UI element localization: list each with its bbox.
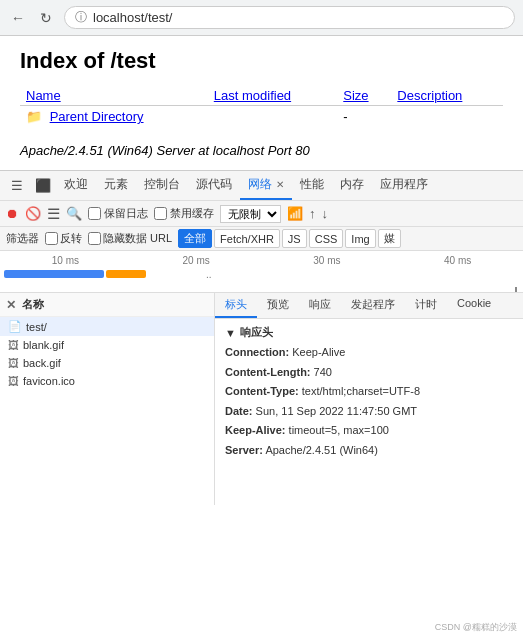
list-item[interactable]: 🖼back.gif	[0, 354, 214, 372]
page-title: Index of /test	[20, 48, 503, 74]
hide-data-checkbox[interactable]	[88, 232, 101, 245]
browser-toolbar: ← ↻ ⓘ localhost/test/	[0, 0, 523, 35]
list-item[interactable]: 📄test/	[0, 317, 214, 336]
row-name: 📁 Parent Directory	[20, 106, 208, 128]
browser-chrome: ← ↻ ⓘ localhost/test/	[0, 0, 523, 36]
timeline-bar-orange	[106, 270, 146, 278]
filter-type-btn[interactable]: 全部	[178, 229, 212, 248]
back-button[interactable]: ←	[8, 8, 28, 28]
timeline-bar-blue	[4, 270, 104, 278]
preserve-log-checkbox[interactable]	[88, 207, 101, 220]
file-name: favicon.ico	[23, 375, 75, 387]
list-item[interactable]: 🖼blank.gif	[0, 336, 214, 354]
header-name: Date:	[225, 405, 253, 417]
devtools-toggle-button[interactable]: ☰	[4, 172, 30, 200]
reload-button[interactable]: ↻	[36, 8, 56, 28]
clear-button[interactable]: 🚫	[25, 206, 41, 221]
size-sort-link[interactable]: Size	[343, 88, 368, 103]
col-name: Name	[20, 86, 208, 106]
desc-sort-link[interactable]: Description	[397, 88, 462, 103]
response-header-row: Server: Apache/2.4.51 (Win64)	[225, 442, 513, 459]
tab-performance[interactable]: 性能	[292, 172, 332, 200]
tab-network[interactable]: 网络 ✕	[240, 172, 292, 200]
header-value: Keep-Alive	[292, 346, 345, 358]
filter-type-btn[interactable]: JS	[282, 229, 307, 248]
response-headers-title[interactable]: ▼ 响应头	[225, 325, 513, 340]
file-name: back.gif	[23, 357, 61, 369]
record-button[interactable]: ⏺	[6, 206, 19, 221]
file-name: test/	[26, 321, 47, 333]
filter-type-btn[interactable]: CSS	[309, 229, 344, 248]
file-icon: 📄	[8, 320, 22, 333]
page-content: Index of /test Name Last modified Size D…	[0, 36, 523, 170]
timeline-label: 10 ms	[0, 255, 131, 266]
response-header-row: Date: Sun, 11 Sep 2022 11:47:50 GMT	[225, 403, 513, 420]
preserve-log-label[interactable]: 保留日志	[88, 206, 148, 221]
filter-toggle-button[interactable]: ☰	[47, 205, 60, 223]
timeline-area: 10 ms20 ms30 ms40 ms ..	[0, 251, 523, 293]
row-link[interactable]: Parent Directory	[50, 109, 144, 124]
filter-type-btn[interactable]: Img	[345, 229, 375, 248]
header-value: Sun, 11 Sep 2022 11:47:50 GMT	[256, 405, 417, 417]
tab-memory[interactable]: 内存	[332, 172, 372, 200]
response-tabs: 标头预览响应发起程序计时Cookie	[215, 293, 523, 319]
response-header-row: Connection: Keep-Alive	[225, 344, 513, 361]
hide-data-label[interactable]: 隐藏数据 URL	[88, 231, 172, 246]
tab-network-close[interactable]: ✕	[276, 179, 284, 190]
info-icon: ⓘ	[75, 9, 87, 26]
file-name: blank.gif	[23, 339, 64, 351]
import-button[interactable]: ↑	[309, 206, 316, 221]
file-icon: 🖼	[8, 375, 19, 387]
timeline-label: 40 ms	[392, 255, 523, 266]
tab-elements[interactable]: 元素	[96, 172, 136, 200]
response-tab[interactable]: Cookie	[447, 293, 501, 318]
filter-type-btn[interactable]: Fetch/XHR	[214, 229, 280, 248]
col-size: Size	[337, 86, 391, 106]
tab-application[interactable]: 应用程序	[372, 172, 436, 200]
response-header-row: Content-Length: 740	[225, 364, 513, 381]
wifi-icon: 📶	[287, 206, 303, 221]
header-name: Content-Type:	[225, 385, 299, 397]
timeline-dots: ..	[206, 269, 212, 280]
search-button[interactable]: 🔍	[66, 206, 82, 221]
export-button[interactable]: ↓	[322, 206, 329, 221]
timeline-bars: ..	[0, 269, 523, 279]
disable-cache-checkbox[interactable]	[154, 207, 167, 220]
response-tab[interactable]: 响应	[299, 293, 341, 318]
header-value: timeout=5, max=100	[289, 424, 389, 436]
response-header-row: Keep-Alive: timeout=5, max=100	[225, 422, 513, 439]
throttle-select[interactable]: 无限制	[220, 205, 281, 223]
filter-type-btn[interactable]: 媒	[378, 229, 401, 248]
devtools-inspect-button[interactable]: ⬛	[30, 172, 56, 200]
devtools-main: ✕ 名称 📄test/🖼blank.gif🖼back.gif🖼favicon.i…	[0, 293, 523, 505]
table-header-row: Name Last modified Size Description	[20, 86, 503, 106]
response-headers-label: 响应头	[240, 325, 273, 340]
header-name: Server:	[225, 444, 263, 456]
invert-checkbox[interactable]	[45, 232, 58, 245]
response-tab[interactable]: 发起程序	[341, 293, 405, 318]
file-list-header: ✕ 名称	[0, 293, 214, 317]
address-bar[interactable]: ⓘ localhost/test/	[64, 6, 515, 29]
row-size: -	[337, 106, 391, 128]
list-item[interactable]: 🖼favicon.ico	[0, 372, 214, 390]
disable-cache-label[interactable]: 禁用缓存	[154, 206, 214, 221]
tab-sources[interactable]: 源代码	[188, 172, 240, 200]
modified-sort-link[interactable]: Last modified	[214, 88, 291, 103]
response-tab[interactable]: 计时	[405, 293, 447, 318]
table-row: 📁 Parent Directory -	[20, 106, 503, 128]
response-tab[interactable]: 标头	[215, 293, 257, 318]
name-sort-link[interactable]: Name	[26, 88, 61, 103]
close-panel-button[interactable]: ✕	[6, 298, 16, 312]
tab-console[interactable]: 控制台	[136, 172, 188, 200]
response-tab[interactable]: 预览	[257, 293, 299, 318]
invert-label[interactable]: 反转	[45, 231, 82, 246]
server-info: Apache/2.4.51 (Win64) Server at localhos…	[20, 143, 503, 158]
filter-types: 全部Fetch/XHRJSCSSImg媒	[178, 229, 401, 248]
directory-rows: 📁 Parent Directory -	[20, 106, 503, 128]
row-desc	[391, 106, 503, 128]
tab-welcome[interactable]: 欢迎	[56, 172, 96, 200]
response-panel: 标头预览响应发起程序计时Cookie ▼ 响应头 Connection: Kee…	[215, 293, 523, 505]
devtools-panel: ☰ ⬛ 欢迎 元素 控制台 源代码 网络 ✕ 性能 内存 应用程序 ⏺ 🚫 ☰ …	[0, 170, 523, 505]
file-list-panel: ✕ 名称 📄test/🖼blank.gif🖼back.gif🖼favicon.i…	[0, 293, 215, 505]
header-name: Connection:	[225, 346, 289, 358]
